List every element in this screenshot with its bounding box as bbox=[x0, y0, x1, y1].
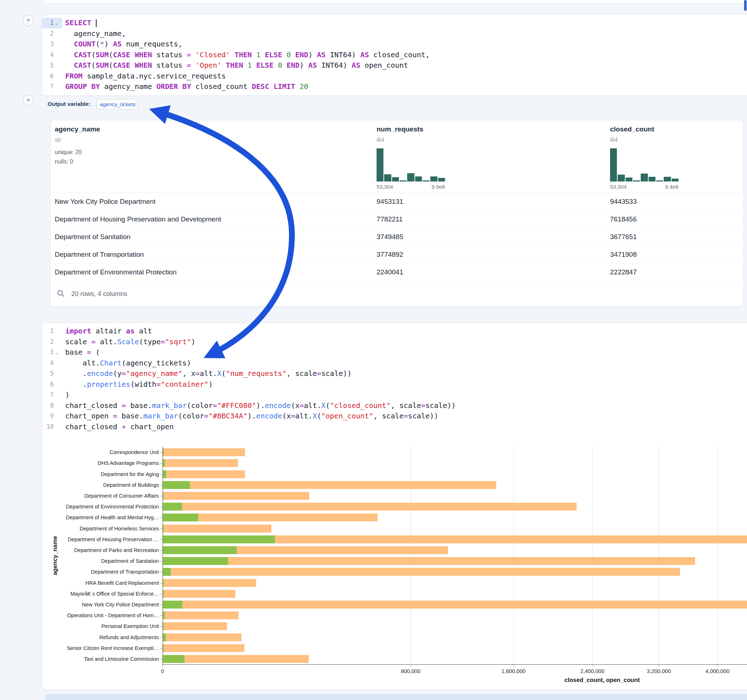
closed-count-bar bbox=[163, 590, 235, 598]
add-cell-button-top[interactable]: + bbox=[23, 15, 34, 26]
fold-caret-icon[interactable]: ⌄ bbox=[54, 18, 60, 29]
closed-count-bar bbox=[163, 579, 256, 587]
open-count-bar bbox=[163, 557, 228, 565]
y-axis-category-label: Department of Housing Preservation … bbox=[42, 537, 159, 542]
code-line[interactable]: 2scale = alt.Scale(type="sqrt") bbox=[42, 337, 747, 347]
line-gutter: 9 bbox=[42, 411, 62, 422]
code-line[interactable]: 6FROM sample_data.nyc.service_requests bbox=[42, 71, 747, 82]
code-text: FROM sample_data.nyc.service_requests bbox=[62, 71, 226, 82]
code-line[interactable]: 4 CAST(SUM(CASE WHEN status = 'Closed' T… bbox=[42, 50, 747, 60]
y-axis-category-label: Senior Citizen Rent Increase Exempti… bbox=[42, 645, 159, 651]
code-line[interactable]: 7GROUP BY agency_name ORDER BY closed_co… bbox=[42, 81, 747, 92]
column-type: str bbox=[55, 137, 61, 143]
code-line[interactable]: 3⌄base = ( bbox=[42, 347, 747, 358]
y-axis-tick bbox=[160, 626, 163, 626]
code-line[interactable]: 1⌄SELECT bbox=[42, 18, 747, 29]
y-axis-tick bbox=[160, 572, 163, 572]
column-header[interactable]: agency_name bbox=[55, 125, 100, 133]
gridline bbox=[659, 447, 659, 664]
code-text: ) bbox=[62, 389, 70, 400]
y-axis-tick bbox=[160, 637, 163, 638]
line-gutter: 2 bbox=[42, 337, 62, 347]
line-number: 7 bbox=[44, 389, 54, 400]
y-axis-category-label: DHS Advantage Programs bbox=[42, 460, 159, 466]
table-row[interactable]: Department of Environmental Protection22… bbox=[50, 263, 743, 281]
table-cell: 3677651 bbox=[610, 233, 637, 241]
y-axis-tick bbox=[160, 496, 163, 496]
code-line[interactable]: 5 CAST(SUM(CASE WHEN status = 'Open' THE… bbox=[42, 60, 747, 71]
code-line[interactable]: 7) bbox=[42, 389, 747, 400]
output-variable-chip[interactable]: agency_tickets bbox=[97, 99, 138, 109]
bar-chart-output: 0800,0001,600,0002,400,0003,200,0004,000… bbox=[42, 442, 747, 689]
gridline bbox=[593, 447, 593, 664]
code-line[interactable]: 8chart_closed = base.mark_bar(color="#FF… bbox=[42, 400, 747, 411]
code-text: agency_name, bbox=[62, 29, 126, 39]
histogram-bin bbox=[415, 177, 422, 181]
table-cell: 3471908 bbox=[610, 250, 637, 258]
table-row[interactable]: New York City Police Department945313194… bbox=[50, 193, 743, 211]
histogram-bin bbox=[438, 178, 445, 181]
open-count-bar bbox=[163, 470, 166, 478]
fold-caret-icon[interactable]: ⌄ bbox=[54, 347, 60, 358]
results-table-card: agency_namestrunique: 20nulls: 0num_requ… bbox=[50, 120, 744, 307]
histogram-bin bbox=[649, 177, 655, 181]
line-number: 7 bbox=[44, 81, 54, 92]
table-cell: 3774892 bbox=[377, 250, 403, 258]
code-line[interactable]: 6 .properties(width="container") bbox=[42, 379, 747, 390]
table-row[interactable]: Department of Transportation377489234719… bbox=[50, 246, 743, 264]
code-text: chart_closed + chart_open bbox=[62, 422, 174, 433]
code-line[interactable]: 10chart_closed + chart_open bbox=[42, 422, 747, 433]
line-number: 6 bbox=[44, 379, 54, 390]
table-cell: New York City Police Department bbox=[55, 198, 156, 206]
y-axis-tick bbox=[160, 648, 163, 649]
line-number: 9 bbox=[44, 411, 54, 422]
y-axis-tick bbox=[160, 539, 163, 540]
sql-code-editor[interactable]: 1⌄SELECT 2 agency_name,3 COUNT(*) AS num… bbox=[42, 18, 747, 92]
python-code-editor[interactable]: 1import altair as alt2scale = alt.Scale(… bbox=[42, 326, 747, 432]
scrollbar-thumb[interactable] bbox=[744, 0, 747, 11]
code-line[interactable]: 4 alt.Chart(agency_tickets) bbox=[42, 358, 747, 369]
x-axis-tick-label: 1,600,000 bbox=[485, 668, 542, 674]
line-gutter: 8 bbox=[42, 400, 62, 411]
histogram-bin bbox=[377, 148, 383, 181]
column-header[interactable]: num_requests bbox=[377, 125, 423, 133]
open-count-bar bbox=[163, 634, 166, 641]
histogram-max-label: 9.5e6 bbox=[377, 184, 445, 190]
closed-count-bar bbox=[163, 557, 695, 565]
code-line[interactable]: 5 .encode(y="agency_name", x=alt.X("num_… bbox=[42, 368, 747, 379]
open-count-bar bbox=[163, 622, 163, 630]
column-stat: unique: 20 bbox=[55, 149, 82, 155]
closed-count-bar bbox=[163, 459, 238, 467]
closed-count-bar bbox=[163, 600, 747, 608]
column-histogram bbox=[610, 148, 679, 181]
add-cell-button-middle[interactable]: + bbox=[23, 95, 34, 106]
code-line[interactable]: 2 agency_name, bbox=[42, 29, 747, 39]
histogram-bin bbox=[400, 180, 407, 181]
search-icon[interactable] bbox=[57, 290, 65, 299]
closed-count-bar bbox=[163, 611, 239, 619]
line-number: 1 bbox=[44, 326, 54, 337]
line-gutter: 1⌄ bbox=[42, 18, 62, 29]
open-count-bar bbox=[163, 459, 165, 467]
y-axis-tick bbox=[160, 474, 163, 475]
histogram-bin bbox=[633, 180, 640, 181]
code-text: chart_open = base.mark_bar(color="#8BC34… bbox=[62, 411, 439, 422]
code-line[interactable]: 3 COUNT(*) AS num_requests, bbox=[42, 39, 747, 50]
line-number: 6 bbox=[44, 71, 54, 82]
open-count-bar bbox=[163, 568, 171, 576]
open-count-bar bbox=[163, 513, 198, 521]
table-row[interactable]: Department of Sanitation37494853677651 bbox=[50, 228, 743, 246]
code-line[interactable]: 1import altair as alt bbox=[42, 326, 747, 337]
y-axis-category-label: New York City Police Department bbox=[42, 602, 159, 608]
table-row[interactable]: Department of Housing Preservation and D… bbox=[50, 210, 743, 228]
next-cell-remnant[interactable] bbox=[45, 694, 747, 700]
column-header[interactable]: closed_count bbox=[610, 125, 654, 133]
open-count-bar bbox=[163, 611, 165, 619]
y-axis-category-label: Taxi and Limousine Commission bbox=[42, 656, 159, 662]
code-text: import altair as alt bbox=[62, 326, 152, 337]
code-line[interactable]: 9chart_open = base.mark_bar(color="#8BC3… bbox=[42, 411, 747, 422]
y-axis-tick bbox=[160, 583, 163, 583]
output-variable-row: Output variable: agency_tickets bbox=[48, 98, 138, 110]
table-cell: Department of Sanitation bbox=[55, 233, 130, 241]
open-count-bar bbox=[163, 481, 190, 489]
